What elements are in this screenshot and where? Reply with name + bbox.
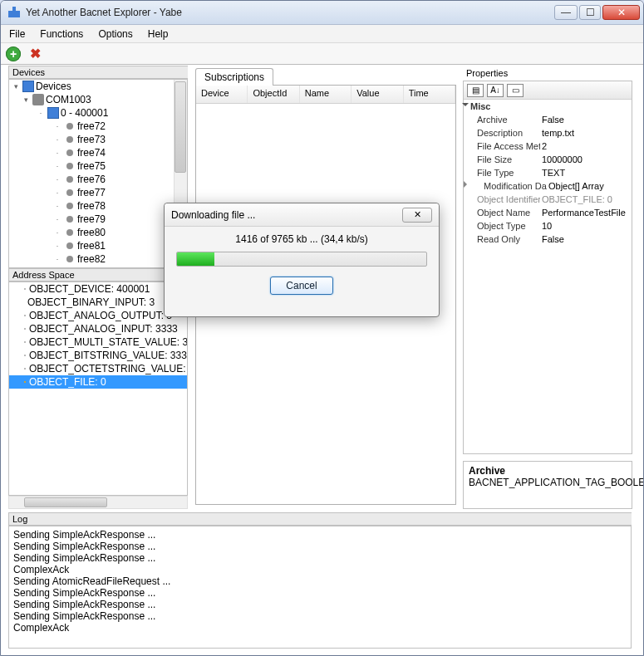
log-line: Sending SimpleAckResponse ... <box>13 587 627 599</box>
tree-port[interactable]: COM1003 <box>46 94 91 105</box>
menu-help[interactable]: Help <box>148 28 169 40</box>
address-item[interactable]: OBJECT_ANALOG_OUTPUT: 3 <box>29 310 172 321</box>
prop-key[interactable]: Object Identifier <box>464 194 540 208</box>
prop-value[interactable]: Object[] Array <box>547 181 632 194</box>
property-pages-button[interactable]: ▭ <box>507 84 524 97</box>
prop-value[interactable]: PerformanceTestFile <box>540 208 632 221</box>
devices-tree[interactable]: ▾Devices ▾COM1003 ·0 - 400001 ·free72·fr… <box>8 79 188 268</box>
expand-group-icon[interactable] <box>462 103 469 106</box>
prop-key[interactable]: Archive <box>464 115 540 128</box>
collapse-icon[interactable]: ▾ <box>21 95 31 104</box>
dialog-close-button[interactable]: ✕ <box>402 208 432 223</box>
dialog-titlebar[interactable]: Downloading file ... ✕ <box>165 203 439 227</box>
col-value[interactable]: Value <box>351 86 403 103</box>
prop-value[interactable]: False <box>540 115 632 128</box>
address-space-tree[interactable]: OBJECT_DEVICE: 400001OBJECT_BINARY_INPUT… <box>8 281 188 496</box>
titlebar[interactable]: Yet Another Bacnet Explorer - Yabe — ☐ ✕ <box>1 1 643 25</box>
address-item[interactable]: OBJECT_ANALOG_INPUT: 3333 <box>29 323 178 335</box>
free-icon <box>66 176 73 183</box>
menu-functions[interactable]: Functions <box>40 28 83 40</box>
dialog-title: Downloading file ... <box>171 209 255 221</box>
address-item[interactable]: OBJECT_OCTETSTRING_VALUE: <box>29 363 185 375</box>
tree-free-item[interactable]: free78 <box>77 200 106 212</box>
prop-key[interactable]: Object Name <box>464 208 540 221</box>
alphabetical-button[interactable]: A↓ <box>487 84 504 97</box>
address-item[interactable]: OBJECT_BINARY_INPUT: 3 <box>27 296 155 308</box>
free-icon <box>66 242 73 249</box>
group-misc[interactable]: Misc <box>470 101 547 115</box>
tree-free-item[interactable]: free75 <box>77 160 106 172</box>
prop-key[interactable]: Description <box>464 128 540 141</box>
prop-value[interactable]: TEXT <box>540 168 632 181</box>
prop-key[interactable]: File Access Met <box>464 141 540 154</box>
maximize-button[interactable]: ☐ <box>579 5 601 20</box>
tree-free-item[interactable]: free76 <box>77 174 106 185</box>
object-icon <box>24 315 26 316</box>
hscrollbar-thumb[interactable] <box>24 497 107 507</box>
minimize-button[interactable]: — <box>554 5 578 20</box>
prop-key[interactable]: File Type <box>464 168 540 181</box>
devices-icon <box>22 81 34 92</box>
desc-title: Archive <box>469 465 627 477</box>
delete-button[interactable]: ✖ <box>27 47 42 61</box>
expand-icon[interactable]: ▾ <box>11 82 21 91</box>
tree-free-item[interactable]: free73 <box>77 134 106 145</box>
menu-file[interactable]: File <box>9 28 25 40</box>
col-device[interactable]: Device <box>196 86 248 103</box>
log-panel-label: Log <box>8 512 632 526</box>
tab-subscriptions[interactable]: Subscriptions <box>195 68 273 86</box>
tree-free-item[interactable]: free77 <box>77 187 106 198</box>
close-button[interactable]: ✕ <box>602 5 640 20</box>
prop-key[interactable]: File Size <box>464 154 540 168</box>
scrollbar-thumb[interactable] <box>175 81 186 173</box>
progress-bar <box>176 252 427 267</box>
address-item[interactable]: OBJECT_FILE: 0 <box>29 376 106 388</box>
prop-value[interactable]: 2 <box>540 141 632 154</box>
tree-free-item[interactable]: free74 <box>77 147 106 159</box>
expand-prop-icon[interactable] <box>464 181 467 188</box>
properties-grid[interactable]: ▤ A↓ ▭ Misc ArchiveFalseDescriptiontemp.… <box>463 81 632 454</box>
prop-key[interactable]: Object Type <box>464 221 540 234</box>
toolbar: + ✖ <box>1 43 643 65</box>
prop-key[interactable]: Modification Da <box>470 181 547 194</box>
free-icon <box>66 189 73 196</box>
tree-root[interactable]: Devices <box>36 81 71 92</box>
menu-options[interactable]: Options <box>98 28 132 40</box>
prop-value[interactable]: 10000000 <box>540 154 632 168</box>
prop-value[interactable]: 10 <box>540 221 632 234</box>
col-time[interactable]: Time <box>404 86 455 103</box>
tree-free-item[interactable]: free81 <box>77 240 106 252</box>
address-panel-label: Address Space <box>8 268 188 281</box>
tree-free-item[interactable]: free79 <box>77 213 106 225</box>
prop-value[interactable]: OBJECT_FILE: 0 <box>540 194 632 208</box>
log-line: Sending SimpleAckResponse ... <box>13 529 627 541</box>
tree-free-item[interactable]: free72 <box>77 120 106 132</box>
address-item[interactable]: OBJECT_DEVICE: 400001 <box>29 283 150 295</box>
col-objectid[interactable]: ObjectId <box>248 86 299 103</box>
free-icon <box>66 229 73 236</box>
cancel-button[interactable]: Cancel <box>270 277 332 295</box>
address-item[interactable]: OBJECT_MULTI_STATE_VALUE: 3 <box>29 336 188 348</box>
prop-value[interactable]: False <box>540 234 632 247</box>
log-line: ComplexAck <box>13 564 627 575</box>
prop-value[interactable]: temp.txt <box>540 128 632 141</box>
address-item[interactable]: OBJECT_BITSTRING_VALUE: 333 <box>29 350 187 361</box>
tree-free-item[interactable]: free82 <box>77 253 106 265</box>
device-icon <box>47 107 59 119</box>
free-icon <box>66 203 73 209</box>
col-name[interactable]: Name <box>300 86 351 103</box>
object-icon <box>24 381 26 383</box>
add-button[interactable]: + <box>6 47 21 61</box>
object-icon <box>24 368 26 370</box>
horizontal-scrollbar[interactable] <box>8 496 188 509</box>
app-icon <box>7 6 21 19</box>
categorized-button[interactable]: ▤ <box>467 84 484 97</box>
tree-free-item[interactable]: free80 <box>77 227 106 238</box>
log-panel[interactable]: Sending SimpleAckResponse ...Sending Sim… <box>8 526 632 649</box>
free-icon <box>66 216 73 223</box>
svg-rect-1 <box>12 7 16 11</box>
port-icon <box>32 94 44 105</box>
tree-device[interactable]: 0 - 400001 <box>61 107 108 119</box>
prop-key[interactable]: Read Only <box>464 234 540 247</box>
log-line: Sending SimpleAckResponse ... <box>13 610 627 622</box>
